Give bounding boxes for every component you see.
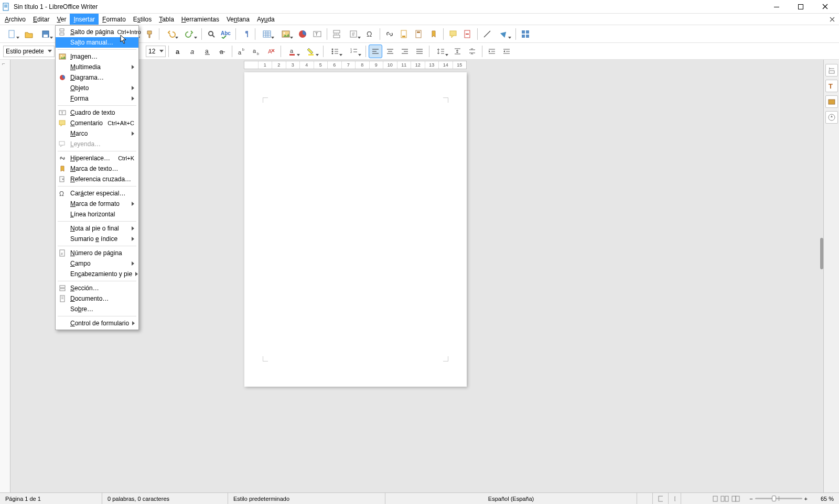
menu-item-multimedia[interactable]: Multimedia (56, 62, 138, 72)
draw-functions-button[interactable] (519, 27, 532, 41)
sidebar-gallery-icon[interactable] (825, 95, 838, 108)
minimize-button[interactable] (765, 0, 789, 14)
decrease-spacing-button[interactable] (466, 45, 479, 58)
menu-item-línea-horizontal[interactable]: Línea horizontal (56, 209, 138, 220)
menu-insertar[interactable]: Insertar (70, 14, 99, 25)
paragraph-style-combo[interactable]: Estilo predetermina (3, 46, 55, 57)
menu-ventana[interactable]: Ventana (223, 14, 253, 25)
bold-button[interactable]: a (171, 45, 185, 58)
footnote-button[interactable] (397, 27, 411, 41)
zoom-slider[interactable]: − + (744, 493, 813, 504)
increase-spacing-button[interactable] (451, 45, 465, 58)
menu-item-documento[interactable]: Documento… (56, 293, 138, 304)
clone-format-button[interactable] (143, 27, 156, 41)
menu-item-imagen[interactable]: Imagen… (56, 51, 138, 62)
menu-item-nota-al-pie-o-final[interactable]: Nota al pie o final (56, 223, 138, 234)
align-justify-button[interactable] (413, 45, 426, 58)
status-page[interactable]: Página 1 de 1 (0, 493, 102, 504)
redo-button[interactable] (181, 27, 199, 41)
menu-item-sobre[interactable]: Sobre… (56, 304, 138, 314)
spellcheck-button[interactable]: Abc (219, 27, 233, 41)
menu-item-comentario[interactable]: ComentarioCtrl+Alt+C (56, 118, 138, 128)
menu-item-diagrama[interactable]: Diagrama… (56, 72, 138, 83)
menu-item-marco[interactable]: Marco (56, 128, 138, 139)
format-marks-button[interactable] (239, 27, 252, 41)
menu-item-referencia-cruzada[interactable]: Referencia cruzada… (56, 174, 138, 184)
table-button[interactable] (258, 27, 276, 41)
menu-editar[interactable]: Editar (29, 14, 53, 25)
hyperlink-button[interactable] (383, 27, 396, 41)
subscript-button[interactable]: ab (250, 45, 263, 58)
chart-button[interactable] (296, 27, 309, 41)
number-list-button[interactable]: 12 (345, 45, 363, 58)
close-document-icon[interactable] (826, 14, 838, 25)
status-insert-mode[interactable] (637, 493, 653, 504)
new-button[interactable] (3, 27, 21, 41)
menu-archivo[interactable]: Archivo (1, 14, 29, 25)
menu-item-objeto[interactable]: Objeto (56, 83, 138, 93)
multi-page-icon[interactable] (720, 496, 730, 502)
sidebar-navigator-icon[interactable] (825, 111, 838, 124)
image-button[interactable] (277, 27, 295, 41)
menu-tabla[interactable]: Tabla (155, 14, 178, 25)
vertical-ruler[interactable]: ⌐ (0, 60, 10, 492)
endnote-button[interactable] (412, 27, 426, 41)
superscript-button[interactable]: ab (235, 45, 249, 58)
menu-item-campo[interactable]: Campo (56, 258, 138, 269)
horizontal-ruler[interactable]: 1234567891011121314151618 (244, 61, 467, 69)
menu-item-cuadro-de-texto[interactable]: TCuadro de texto (56, 107, 138, 118)
comment-button[interactable] (446, 27, 460, 41)
open-button[interactable] (22, 27, 36, 41)
close-button[interactable] (813, 0, 837, 14)
bookmark-button[interactable] (427, 27, 440, 41)
maximize-button[interactable] (789, 0, 813, 14)
font-size-combo[interactable]: 12 (146, 46, 166, 57)
status-pagestyle[interactable]: Estilo predeterminado (228, 493, 385, 504)
align-center-button[interactable] (383, 45, 397, 58)
strikethrough-button[interactable]: a (216, 45, 229, 58)
menu-estilos[interactable]: Estilos (130, 14, 155, 25)
special-char-button[interactable]: Ω (363, 27, 377, 41)
field-button[interactable]: # (345, 27, 362, 41)
line-button[interactable] (480, 27, 494, 41)
zoom-out-icon[interactable]: − (749, 496, 752, 502)
undo-button[interactable] (162, 27, 180, 41)
status-viewlayout[interactable] (681, 493, 744, 504)
menu-item-salto-de-página[interactable]: Salto de páginaCtrl+Intro (56, 27, 138, 37)
sidebar-properties-icon[interactable] (825, 64, 838, 76)
italic-button[interactable]: a (186, 45, 200, 58)
zoom-in-icon[interactable]: + (804, 496, 808, 502)
status-language[interactable]: Español (España) (385, 493, 637, 504)
document-page[interactable] (244, 72, 467, 387)
menu-item-encabezamiento-y-pie[interactable]: Encabezamiento y pie (56, 269, 138, 279)
track-changes-button[interactable] (461, 27, 475, 41)
page-break-button[interactable] (330, 27, 343, 41)
clear-formatting-button[interactable]: A (264, 45, 278, 58)
status-wordcount[interactable]: 0 palabras, 0 caracteres (102, 493, 228, 504)
menu-formato[interactable]: Formato (99, 14, 130, 25)
increase-indent-button[interactable] (485, 45, 499, 58)
align-right-button[interactable] (398, 45, 412, 58)
basic-shapes-button[interactable] (495, 27, 513, 41)
underline-button[interactable]: a (201, 45, 214, 58)
status-signature[interactable] (669, 493, 681, 504)
decrease-indent-button[interactable] (500, 45, 513, 58)
menu-herramientas[interactable]: Herramientas (178, 14, 223, 25)
find-replace-button[interactable] (205, 27, 218, 41)
single-page-icon[interactable] (712, 496, 719, 502)
book-view-icon[interactable] (732, 496, 741, 502)
menu-item-control-de-formulario[interactable]: Control de formulario (56, 318, 138, 328)
zoom-value[interactable]: 65 % (813, 493, 839, 504)
sidebar-styles-icon[interactable]: T (825, 80, 838, 92)
align-left-button[interactable] (369, 45, 382, 58)
status-selection-mode[interactable] (653, 493, 669, 504)
menu-item-sección[interactable]: Sección… (56, 283, 138, 293)
menu-ver[interactable]: Ver (53, 14, 70, 25)
menu-item-sumario-e-índice[interactable]: Sumario e índice (56, 234, 138, 244)
line-spacing-button[interactable] (432, 45, 450, 58)
menu-item-marca-de-formato[interactable]: Marca de formato (56, 199, 138, 209)
menu-item-salto-manual[interactable]: Salto manual… (56, 37, 138, 48)
highlight-color-button[interactable] (303, 45, 320, 58)
textbox-button[interactable]: T (310, 27, 324, 41)
menu-ayuda[interactable]: Ayuda (253, 14, 278, 25)
